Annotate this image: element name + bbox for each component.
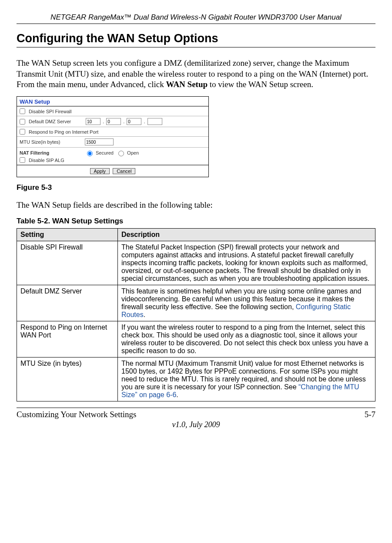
wan-settings-table: Setting Description Disable SPI Firewall… xyxy=(17,228,375,401)
dmz-octet-1[interactable] xyxy=(86,118,101,125)
label-mtu: MTU Size(in bytes) xyxy=(20,139,85,145)
page-footer: Customizing Your Network Settings 5-7 v1… xyxy=(17,408,375,429)
intro-bold: WAN Setup xyxy=(166,80,208,89)
after-figure-text: The WAN Setup fields are described in th… xyxy=(17,200,375,211)
text-default-dmz: Default DMZ Server xyxy=(29,119,71,124)
text-disable-sip: Disable SIP ALG xyxy=(29,158,64,163)
label-nat: NAT Filtering xyxy=(20,150,85,155)
button-row: Apply Cancel xyxy=(17,165,208,177)
table-caption: Table 5-2. WAN Setup Settings xyxy=(17,217,375,226)
wan-setup-heading: WAN Setup xyxy=(17,97,208,107)
header-rule xyxy=(17,24,375,24)
dmz-ip-fields: . . . xyxy=(85,118,163,125)
label-disable-sip[interactable]: Disable SIP ALG xyxy=(20,157,206,163)
cell-setting: Default DMZ Server xyxy=(17,285,118,321)
checkbox-default-dmz[interactable] xyxy=(20,119,25,125)
cell-desc: The Stateful Packet Inspection (SPI) fir… xyxy=(118,241,375,285)
table-row: MTU Size (in bytes) The normal MTU (Maxi… xyxy=(17,357,375,401)
cell-desc: The normal MTU (Maximum Transmit Unit) v… xyxy=(118,357,375,401)
row-mtu: MTU Size(in bytes) xyxy=(17,137,208,148)
label-disable-spi[interactable]: Disable SPI Firewall xyxy=(20,108,71,114)
footer-rule xyxy=(17,408,375,408)
radio-label-secured[interactable]: Secured xyxy=(85,149,114,156)
row-default-dmz: Default DMZ Server . . . xyxy=(17,116,208,127)
row-nat: NAT Filtering Secured Open Disable SIP A… xyxy=(17,148,208,165)
desc-text-b: . xyxy=(144,311,145,318)
label-default-dmz[interactable]: Default DMZ Server xyxy=(20,119,85,125)
text-secured: Secured xyxy=(96,150,114,155)
text-respond-ping: Respond to Ping on Internet Port xyxy=(29,129,98,135)
radio-open[interactable] xyxy=(118,151,124,156)
row-respond-ping: Respond to Ping on Internet Port xyxy=(17,127,208,137)
intro-paragraph: The WAN Setup screen lets you configure … xyxy=(17,58,375,90)
checkbox-disable-sip[interactable] xyxy=(20,157,25,163)
running-header: NETGEAR RangeMax™ Dual Band Wireless-N G… xyxy=(17,13,375,22)
cell-setting: Respond to Ping on Internet WAN Port xyxy=(17,321,118,357)
table-header-row: Setting Description xyxy=(17,228,375,241)
cell-setting: Disable SPI Firewall xyxy=(17,241,118,285)
footer-left: Customizing Your Network Settings xyxy=(17,410,137,419)
cell-setting: MTU Size (in bytes) xyxy=(17,357,118,401)
text-open: Open xyxy=(127,150,139,155)
cell-desc: This feature is sometimes helpful when y… xyxy=(118,285,375,321)
label-respond-ping[interactable]: Respond to Ping on Internet Port xyxy=(20,129,98,135)
footer-version: v1.0, July 2009 xyxy=(17,420,375,429)
wan-setup-screenshot: WAN Setup Disable SPI Firewall Default D… xyxy=(17,96,209,177)
cell-desc: If you want the wireless router to respo… xyxy=(118,321,375,357)
table-row: Respond to Ping on Internet WAN Port If … xyxy=(17,321,375,357)
radio-label-open[interactable]: Open xyxy=(116,149,139,156)
apply-button[interactable]: Apply xyxy=(90,168,110,174)
desc-text-b: . xyxy=(176,391,178,398)
section-title-rule xyxy=(17,47,375,47)
table-row: Default DMZ Server This feature is somet… xyxy=(17,285,375,321)
text-disable-spi: Disable SPI Firewall xyxy=(29,109,71,114)
row-disable-spi: Disable SPI Firewall xyxy=(17,107,208,116)
dmz-octet-2[interactable] xyxy=(106,118,121,125)
radio-secured[interactable] xyxy=(87,151,93,156)
dmz-octet-4[interactable] xyxy=(147,118,162,125)
footer-right: 5-7 xyxy=(365,410,375,419)
input-mtu[interactable] xyxy=(85,138,114,145)
cancel-button[interactable]: Cancel xyxy=(113,168,135,174)
intro-text-b: to view the WAN Setup screen. xyxy=(208,80,313,89)
checkbox-respond-ping[interactable] xyxy=(20,129,25,135)
figure-caption: Figure 5-3 xyxy=(17,183,375,192)
dmz-octet-3[interactable] xyxy=(127,118,141,125)
checkbox-disable-spi[interactable] xyxy=(20,108,25,114)
th-description: Description xyxy=(118,228,375,241)
th-setting: Setting xyxy=(17,228,118,241)
section-title: Configuring the WAN Setup Options xyxy=(17,32,375,45)
table-row: Disable SPI Firewall The Stateful Packet… xyxy=(17,241,375,285)
